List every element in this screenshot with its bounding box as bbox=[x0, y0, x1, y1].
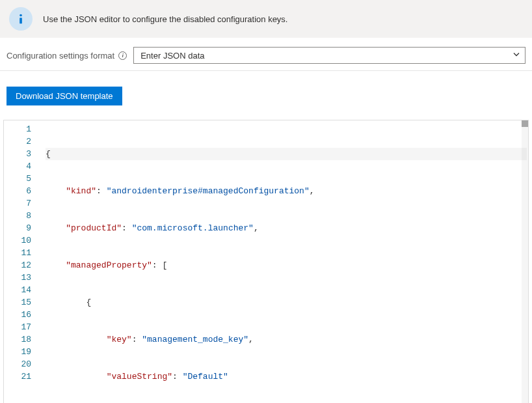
info-banner: Use the JSON editor to configure the dis… bbox=[0, 0, 532, 38]
editor-scrollbar[interactable] bbox=[522, 120, 528, 403]
config-format-label: Configuration settings format bbox=[7, 51, 114, 61]
code-line: { bbox=[46, 296, 527, 309]
code-line: { bbox=[46, 148, 527, 160]
download-json-template-button[interactable]: Download JSON template bbox=[7, 87, 122, 105]
code-line: "productId": "com.microsoft.launcher", bbox=[46, 222, 527, 234]
help-icon[interactable]: i bbox=[118, 51, 127, 60]
info-icon bbox=[9, 7, 33, 31]
code-line: "kind": "androidenterprise#managedConfig… bbox=[46, 185, 527, 197]
svg-rect-1 bbox=[20, 18, 22, 23]
code-line: "managedProperty": [ bbox=[46, 259, 527, 271]
button-row: Download JSON template bbox=[0, 71, 532, 120]
code-line: "key": "management_mode_key", bbox=[46, 333, 527, 346]
code-line: "valueString": "Default" bbox=[46, 370, 527, 383]
editor-scrollbar-thumb[interactable] bbox=[522, 120, 528, 127]
config-format-selected-value: Enter JSON data bbox=[140, 51, 204, 61]
json-editor[interactable]: 1 2 3 4 5 6 7 8 9 10 11 12 13 14 15 16 1… bbox=[3, 120, 529, 403]
config-format-row: Configuration settings format i Enter JS… bbox=[0, 38, 532, 71]
config-format-select[interactable]: Enter JSON data bbox=[133, 47, 525, 64]
editor-gutter: 1 2 3 4 5 6 7 8 9 10 11 12 13 14 15 16 1… bbox=[4, 120, 43, 403]
svg-point-0 bbox=[20, 14, 22, 17]
editor-code-area[interactable]: { "kind": "androidenterprise#managedConf… bbox=[43, 120, 528, 403]
info-banner-text: Use the JSON editor to configure the dis… bbox=[43, 14, 288, 24]
